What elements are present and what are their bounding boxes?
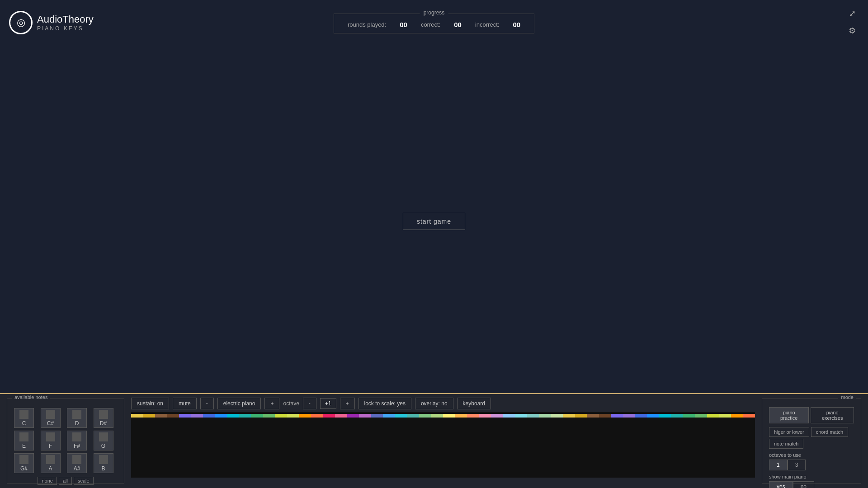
sub-mode-btn-note-match[interactable]: note match [769, 439, 803, 449]
progress-title: progress [420, 9, 448, 16]
color-segment [731, 414, 743, 418]
note-btn-dsharp[interactable]: D# [94, 408, 113, 428]
piano-opt-no[interactable]: no [793, 481, 814, 488]
top-right: ⤢ ⚙ [845, 7, 859, 38]
note-btn-gsharp[interactable]: G# [14, 453, 34, 473]
note-btn-b[interactable]: B [94, 453, 113, 473]
note-btn-e[interactable]: E [14, 431, 34, 450]
sub-mode-btn-higer-or-lower[interactable]: higer or lower [769, 427, 809, 437]
mode-panel-title: mode [838, 394, 856, 400]
keys-container [131, 418, 755, 478]
color-segment [575, 414, 587, 418]
octave-plus-button[interactable]: + [340, 398, 355, 409]
logo-bold: Audio [37, 14, 62, 25]
mode-btn-piano-practice[interactable]: piano practice [769, 407, 809, 423]
color-segment [635, 414, 647, 418]
color-segment [419, 414, 431, 418]
filter-btn-scale[interactable]: scale [74, 477, 94, 485]
color-segment [431, 414, 443, 418]
color-segment [311, 414, 323, 418]
note-btn-csharp[interactable]: C# [41, 408, 61, 428]
color-bar [131, 414, 755, 418]
piano-controls: sustain: on mute - electric piano + octa… [131, 398, 755, 409]
sub-mode-buttons: higer or lowerchord matchnote match [769, 427, 854, 449]
color-segment [515, 414, 527, 418]
logo: ◎ AudioTheory PIANO KEYS [9, 11, 94, 34]
note-btn-a[interactable]: A [41, 453, 61, 473]
show-piano-label: show main piano [769, 474, 854, 479]
show-piano-opts: yesno [769, 481, 854, 488]
logo-name: AudioTheory [37, 14, 94, 25]
color-segment [647, 414, 659, 418]
note-btn-g[interactable]: G [94, 431, 113, 450]
color-segment [371, 414, 383, 418]
mode-panel: mode piano practicepiano exercises higer… [762, 399, 861, 483]
logo-subtitle: PIANO KEYS [37, 25, 94, 32]
keyboard-button[interactable]: keyboard [457, 398, 491, 409]
correct-value: 00 [454, 21, 462, 28]
color-segment [251, 414, 263, 418]
notes-filter: noneallscale [14, 477, 117, 485]
color-segment [551, 414, 563, 418]
rounds-label: rounds played: [348, 21, 386, 28]
progress-stats: rounds played: 00 correct: 00 incorrect:… [348, 21, 520, 28]
note-btn-asharp[interactable]: A# [67, 453, 87, 473]
color-segment [407, 414, 419, 418]
note-btn-d[interactable]: D [67, 408, 87, 428]
mute-button[interactable]: mute [173, 398, 197, 409]
mode-btn-piano-exercises[interactable]: piano exercises [811, 407, 854, 423]
filter-btn-all[interactable]: all [59, 477, 72, 485]
color-segment [599, 414, 611, 418]
expand-button[interactable]: ⤢ [845, 7, 859, 20]
color-segment [479, 414, 491, 418]
color-segment [395, 414, 407, 418]
octave-label: octave [283, 400, 299, 407]
color-segment [623, 414, 635, 418]
sound-minus-button[interactable]: - [200, 398, 214, 409]
octave-minus-button[interactable]: - [303, 398, 316, 409]
filter-btn-none[interactable]: none [38, 477, 57, 485]
note-btn-fsharp[interactable]: F# [67, 431, 87, 450]
overlay-button[interactable]: overlay: no [415, 398, 453, 409]
piano-opt-yes[interactable]: yes [769, 481, 793, 488]
progress-box: progress rounds played: 00 correct: 00 i… [334, 14, 534, 33]
color-segment [203, 414, 215, 418]
piano-keyboard [131, 412, 755, 478]
sound-plus-button[interactable]: + [264, 398, 279, 409]
color-segment [239, 414, 251, 418]
piano-section: sustain: on mute - electric piano + octa… [129, 394, 757, 488]
mode-buttons: piano practicepiano exercises [769, 407, 854, 423]
settings-button[interactable]: ⚙ [845, 24, 859, 38]
octave-opt-1[interactable]: 1 [769, 460, 788, 470]
sub-mode-btn-chord-match[interactable]: chord match [811, 427, 849, 437]
color-segment [467, 414, 479, 418]
color-segment [659, 414, 671, 418]
color-segment [611, 414, 623, 418]
bottom-strip: available notes CC#DD#EFF#GG#AA#B noneal… [0, 393, 868, 488]
color-segment [323, 414, 335, 418]
logo-icon: ◎ [9, 11, 33, 34]
color-segment [719, 414, 731, 418]
note-btn-f[interactable]: F [41, 431, 61, 450]
color-segment [695, 414, 707, 418]
note-btn-c[interactable]: C [14, 408, 34, 428]
notes-panel: available notes CC#DD#EFF#GG#AA#B noneal… [7, 399, 124, 483]
color-segment [743, 414, 755, 418]
logo-normal: Theory [62, 14, 93, 25]
color-segment [263, 414, 275, 418]
color-segment [671, 414, 683, 418]
lock-scale-button[interactable]: lock to scale: yes [359, 398, 411, 409]
color-segment [167, 414, 179, 418]
color-segment [179, 414, 191, 418]
start-game-button[interactable]: start game [403, 213, 465, 230]
octave-value: +1 [320, 398, 336, 409]
sustain-button[interactable]: sustain: on [131, 398, 169, 409]
color-segment [335, 414, 347, 418]
color-segment [299, 414, 311, 418]
color-segment [455, 414, 467, 418]
color-segment [539, 414, 551, 418]
color-segment [227, 414, 239, 418]
octave-opt-3[interactable]: 3 [788, 460, 806, 470]
main-area: start game [0, 50, 868, 393]
sound-name-button[interactable]: electric piano [217, 398, 261, 409]
